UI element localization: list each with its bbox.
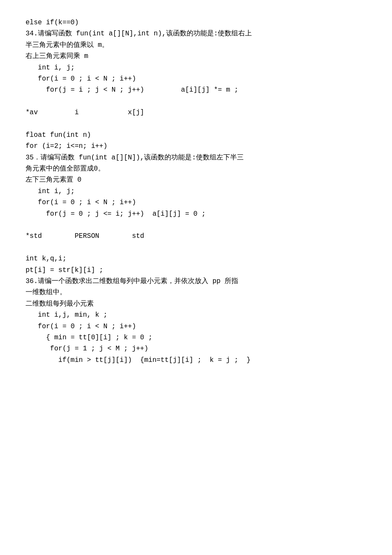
code-line: for(i = 0 ; i < N ; i++) xyxy=(26,197,366,208)
code-line: for(i = 0 ; i < N ; i++) xyxy=(26,73,366,84)
code-line: 右上三角元素同乘 m xyxy=(26,51,366,62)
code-line: for(i = 0 ; i < N ; i++) xyxy=(26,321,366,332)
code-line: int k,q,i; xyxy=(26,253,366,264)
code-line: pt[i] = str[k][i] ; xyxy=(26,265,366,276)
main-content: else if(k==0)34.请编写函数 fun(int a[][N],int… xyxy=(26,17,366,366)
code-line: 半三角元素中的值乘以 m。 xyxy=(26,40,366,51)
code-line: if(min > tt[j][i]) {min=tt[j][i] ; k = j… xyxy=(26,355,366,366)
code-line xyxy=(26,220,366,231)
code-line: 二维数组每列最小元素 xyxy=(26,298,366,309)
code-line: int i, j; xyxy=(26,62,366,73)
code-line xyxy=(26,242,366,253)
code-line: 35．请编写函数 fun(int a[][N]),该函数的功能是:使数组左下半三 xyxy=(26,152,366,163)
code-line: 36.请编一个函数求出二维数组每列中最小元素，并依次放入 pp 所指 xyxy=(26,276,366,287)
code-line: for (i=2; i<=n; i++) xyxy=(26,141,366,152)
code-line: for(j = 0 ; j <= i; j++) a[i][j] = 0 ; xyxy=(26,208,366,220)
code-line: int i,j, min, k ; xyxy=(26,309,366,321)
code-line: int i, j; xyxy=(26,186,366,197)
code-line: 角元素中的值全部置成0。 xyxy=(26,163,366,174)
code-line xyxy=(26,119,366,130)
code-line xyxy=(26,96,366,107)
code-line: 34.请编写函数 fun(int a[][N],int n),该函数的功能是:使… xyxy=(26,28,366,39)
code-line: for(j = i ; j < N ; j++) a[i][j] *= m ; xyxy=(26,84,366,95)
code-line: *std PERSON std xyxy=(26,231,366,242)
code-line: else if(k==0) xyxy=(26,17,366,28)
code-line: *av i x[j] xyxy=(26,107,366,118)
code-line: { min = tt[0][i] ; k = 0 ; xyxy=(26,332,366,343)
code-line: 左下三角元素置 0 xyxy=(26,174,366,185)
code-line: for(j = 1 ; j < M ; j++) xyxy=(26,343,366,354)
code-line: float fun(int n) xyxy=(26,130,366,141)
code-line: 一维数组中。 xyxy=(26,287,366,298)
